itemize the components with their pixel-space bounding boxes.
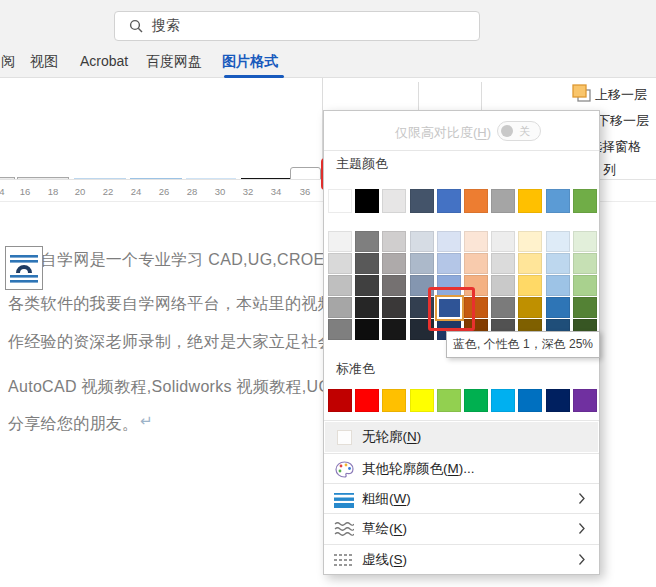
theme-color-swatch[interactable] (382, 189, 406, 213)
theme-colors-row (328, 189, 597, 213)
ruler-mark: 32 (243, 186, 254, 197)
theme-variant-swatch[interactable] (491, 275, 515, 296)
inline-picture-icon[interactable] (5, 246, 43, 290)
theme-variant-swatch[interactable] (382, 319, 406, 340)
standard-color-swatch[interactable] (410, 389, 434, 412)
standard-colors-section-label: 标准色 (336, 360, 375, 378)
theme-variant-swatch[interactable] (491, 231, 515, 252)
theme-variant-swatch[interactable] (573, 253, 597, 274)
theme-variant-swatch[interactable] (328, 319, 352, 340)
standard-colors-row (328, 389, 597, 412)
theme-variant-swatch[interactable] (491, 297, 515, 318)
document-text-line: 分享给您的朋友。 (8, 414, 138, 435)
theme-variant-swatch[interactable] (573, 231, 597, 252)
theme-variant-swatch[interactable] (518, 297, 542, 318)
theme-color-swatch[interactable] (355, 189, 379, 213)
menu-item-dashes[interactable]: 虚线(S) (325, 545, 598, 575)
theme-color-swatch[interactable] (410, 189, 434, 213)
toggle-state-label: 关 (519, 124, 530, 139)
theme-color-swatch[interactable] (464, 189, 488, 213)
theme-variant-swatch[interactable] (464, 231, 488, 252)
theme-variant-swatch[interactable] (437, 231, 461, 252)
theme-variant-swatch[interactable] (328, 231, 352, 252)
theme-variant-swatch[interactable] (328, 253, 352, 274)
theme-variant-swatch[interactable] (355, 319, 379, 340)
search-icon (129, 19, 143, 33)
theme-variant-swatch[interactable] (546, 275, 570, 296)
theme-color-swatch[interactable] (491, 189, 515, 213)
ruler-mark: 4 (0, 186, 5, 197)
theme-variant-swatch[interactable] (355, 275, 379, 296)
color-palette-icon (334, 461, 354, 478)
ruler-mark: 34 (271, 186, 282, 197)
standard-color-swatch[interactable] (355, 389, 379, 412)
theme-variant-swatch[interactable] (464, 253, 488, 274)
standard-color-swatch[interactable] (437, 389, 461, 412)
theme-variant-swatch[interactable] (382, 231, 406, 252)
search-input[interactable]: 搜索 (114, 11, 480, 41)
theme-variant-swatch[interactable] (573, 275, 597, 296)
submenu-arrow-icon (579, 553, 585, 568)
bring-forward-icon (572, 84, 592, 107)
theme-variant-swatch[interactable] (518, 275, 542, 296)
theme-color-swatch[interactable] (546, 189, 570, 213)
theme-color-swatch[interactable] (573, 189, 597, 213)
high-contrast-toggle[interactable]: 关 (497, 121, 541, 141)
menu-item-weight[interactable]: 粗细(W) (325, 484, 598, 514)
ruler-mark: 20 (75, 186, 86, 197)
standard-color-swatch[interactable] (491, 389, 515, 412)
standard-color-swatch[interactable] (328, 389, 352, 412)
theme-variant-swatch[interactable] (518, 253, 542, 274)
theme-color-swatch[interactable] (328, 189, 352, 213)
tab-baidu-netdisk[interactable]: 百度网盘 (146, 53, 202, 71)
theme-variant-swatch[interactable] (382, 275, 406, 296)
tab-review-partial[interactable]: 阅 (1, 53, 15, 71)
theme-color-swatch[interactable] (518, 189, 542, 213)
menu-item-more-outline-colors[interactable]: 其他轮廓颜色(M)... (325, 454, 598, 484)
theme-color-swatch[interactable] (437, 189, 461, 213)
theme-variant-swatch[interactable] (491, 253, 515, 274)
theme-variant-swatch[interactable] (355, 253, 379, 274)
theme-variant-swatch[interactable] (328, 297, 352, 318)
tab-picture-format[interactable]: 图片格式 (222, 53, 278, 71)
send-backward-button[interactable]: 下移一层 (597, 112, 649, 130)
search-placeholder: 搜索 (152, 17, 180, 35)
theme-variant-swatch[interactable] (382, 253, 406, 274)
ruler-mark: 36 (300, 186, 311, 197)
tab-view[interactable]: 视图 (30, 53, 58, 71)
theme-variant-swatch[interactable] (546, 231, 570, 252)
ruler-mark: 18 (48, 186, 59, 197)
bring-forward-button[interactable]: 上移一层 (595, 86, 647, 104)
theme-variant-swatch[interactable] (410, 231, 434, 252)
standard-color-swatch[interactable] (546, 389, 570, 412)
menu-item-no-outline[interactable]: 无轮廓(N) (325, 422, 598, 452)
theme-variant-swatch[interactable] (546, 253, 570, 274)
standard-color-swatch[interactable] (382, 389, 406, 412)
ruler-mark: 30 (215, 186, 226, 197)
standard-color-swatch[interactable] (518, 389, 542, 412)
theme-variant-swatch[interactable] (355, 297, 379, 318)
menu-item-sketched[interactable]: 草绘(K) (325, 514, 598, 544)
theme-variant-swatch[interactable] (328, 275, 352, 296)
theme-variant-swatch[interactable] (518, 231, 542, 252)
ruler-mark: 24 (131, 186, 142, 197)
dropdown-separator (324, 420, 599, 421)
theme-variant-swatch[interactable] (355, 231, 379, 252)
theme-variant-swatch[interactable] (573, 297, 597, 318)
ruler-mark: 28 (187, 186, 198, 197)
sketch-lines-icon (334, 521, 354, 537)
tab-acrobat[interactable]: Acrobat (80, 53, 128, 69)
dashed-lines-icon (334, 553, 354, 567)
theme-variant-swatch[interactable] (382, 297, 406, 318)
color-tooltip: 蓝色, 个性色 1，深色 25% (446, 331, 600, 358)
submenu-arrow-icon (579, 522, 585, 537)
ribbon-tab-row: 阅 视图 Acrobat 百度网盘 图片格式 (0, 46, 656, 78)
theme-variant-swatch[interactable] (410, 253, 434, 274)
theme-variant-swatch[interactable] (437, 253, 461, 274)
theme-variant-swatch[interactable] (546, 297, 570, 318)
ruler-mark: 16 (20, 186, 31, 197)
standard-color-swatch[interactable] (573, 389, 597, 412)
standard-color-swatch[interactable] (464, 389, 488, 412)
ruler-mark: 26 (159, 186, 170, 197)
red-annotation-box (428, 287, 475, 331)
